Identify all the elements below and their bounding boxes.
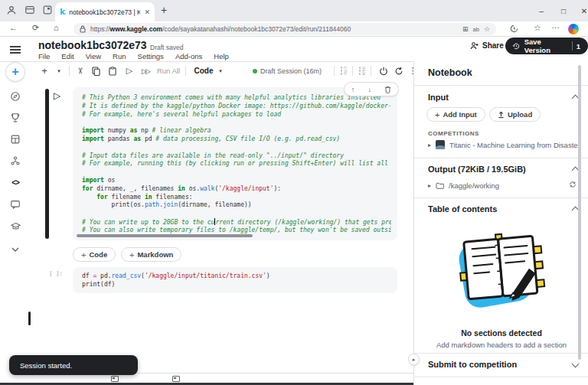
cell-type-dropdown[interactable]: Code: [191, 62, 216, 80]
cpu-meter: CPU: [338, 62, 350, 80]
menu-addons[interactable]: Add-ons: [175, 52, 202, 60]
upload-button[interactable]: Upload: [489, 107, 541, 122]
move-cell-up-icon[interactable]: ↑: [351, 86, 355, 93]
plus-icon: +: [81, 250, 86, 259]
menu-run[interactable]: Run: [113, 52, 126, 60]
console-icon[interactable]: [111, 376, 119, 382]
cell-type-caret-icon[interactable]: ▾: [216, 62, 225, 80]
home-icon[interactable]: ⌂: [54, 23, 59, 32]
read-aloud-icon[interactable]: ab: [473, 26, 479, 33]
browser-essentials-icon[interactable]: [510, 23, 518, 33]
output-folder-row[interactable]: ▸ /kaggle/working: [428, 181, 499, 190]
run-this-cell-button[interactable]: ▷: [54, 90, 60, 101]
active-indicator: [28, 312, 31, 325]
new-tab-button[interactable]: +: [161, 4, 167, 16]
browser-tab[interactable]: k notebook1bc3072e73 | Kaggle ✕: [55, 2, 155, 21]
toc-empty-title: No sections detected: [414, 328, 588, 338]
add-code-cell-button[interactable]: + Code: [73, 247, 116, 262]
code-cell-2[interactable]: df = pd.read_csv('/kaggle/input/titanic/…: [73, 267, 397, 293]
logs-icon[interactable]: [172, 376, 180, 382]
reload-icon[interactable]: ⟳: [32, 23, 39, 33]
add-markdown-cell-button[interactable]: + Markdown: [121, 247, 181, 262]
url-text: https://www.kaggle.com/code/sayakatanaha…: [90, 25, 458, 33]
nav-menu-button[interactable]: [0, 41, 31, 59]
menu-bar: File Edit View Run Settings Add-ons Help: [38, 52, 229, 60]
competition-name[interactable]: Titanic - Machine Learning from Disaster: [449, 141, 580, 149]
expander-icon[interactable]: ▸: [428, 182, 431, 189]
code-icon: <>: [11, 178, 19, 187]
sidebar-scrollbar[interactable]: [578, 65, 581, 360]
window-close-button[interactable]: ✕: [573, 0, 588, 21]
left-nav-rail: + <>: [0, 37, 31, 385]
expander-icon[interactable]: ▸: [428, 142, 431, 148]
split-screen-icon[interactable]: ⊞: [462, 25, 469, 33]
input-section-header[interactable]: Input: [428, 93, 449, 102]
paste-cell-icon[interactable]: [106, 62, 119, 80]
run-all-label[interactable]: Run All: [155, 62, 182, 80]
divider: [414, 158, 588, 158]
favorites-icon[interactable]: ☆: [534, 23, 541, 33]
power-icon[interactable]: [377, 62, 390, 80]
share-button[interactable]: Share: [470, 41, 504, 50]
divider: [414, 377, 588, 377]
menu-edit[interactable]: Edit: [61, 52, 74, 60]
sidebar-item-code[interactable]: <>: [0, 173, 31, 191]
menu-help[interactable]: Help: [214, 52, 229, 60]
create-button[interactable]: +: [0, 63, 31, 81]
submit-section-header[interactable]: Submit to competition: [428, 360, 517, 369]
competition-row[interactable]: ▸ Titanic - Machine Learning from Disast…: [428, 140, 580, 149]
plus-icon: +: [5, 62, 25, 82]
expand-submit-icon[interactable]: [572, 361, 580, 368]
session-label: Draft Session (16m): [260, 62, 331, 80]
cell-hover-toolbar: ↑ ↓: [344, 82, 399, 96]
notebook-title[interactable]: notebook1bc3072e73: [38, 39, 147, 51]
copy-cell-icon[interactable]: [89, 62, 103, 80]
restart-session-icon[interactable]: [392, 62, 406, 80]
hamburger-icon: [10, 46, 21, 54]
sidebar-item-competitions[interactable]: [0, 109, 31, 127]
menu-settings[interactable]: Settings: [138, 52, 164, 60]
address-bar[interactable]: https://www.kaggle.com/code/sayakatanaha…: [74, 23, 496, 35]
tab-actions-icon[interactable]: [42, 5, 54, 17]
window-maximize-button[interactable]: □: [552, 0, 575, 21]
divider: [414, 197, 588, 198]
sidebar-item-datasets[interactable]: [0, 130, 31, 148]
workspaces-icon[interactable]: [24, 5, 37, 17]
menu-file[interactable]: File: [38, 52, 50, 60]
code-editor-2[interactable]: df = pd.read_csv('/kaggle/input/titanic/…: [82, 272, 391, 289]
competitions-label: COMPETITIONS: [428, 130, 479, 137]
output-path[interactable]: /kaggle/working: [449, 181, 499, 190]
code-cell-1[interactable]: # This Python 3 environment comes with m…: [73, 87, 397, 240]
delete-cell-icon[interactable]: [384, 86, 391, 93]
add-cell-button[interactable]: +: [38, 62, 51, 80]
upload-icon: [498, 111, 505, 119]
sidebar-item-home[interactable]: [0, 87, 31, 106]
save-version-button[interactable]: Save Version 1: [505, 38, 588, 54]
settings-more-icon[interactable]: …: [551, 21, 560, 30]
sync-output-icon[interactable]: [569, 181, 577, 188]
profile-icon[interactable]: [6, 5, 18, 17]
move-cell-down-icon[interactable]: ↓: [368, 86, 371, 93]
tab-close-icon[interactable]: ✕: [144, 8, 150, 16]
output-section-header[interactable]: Output (72KiB / 19.5GiB): [428, 165, 526, 174]
add-input-button[interactable]: + Add Input: [426, 107, 485, 122]
code-editor-1[interactable]: # This Python 3 environment comes with m…: [82, 94, 391, 235]
menu-view[interactable]: View: [86, 52, 101, 60]
run-all-icon[interactable]: ▷▷: [137, 62, 154, 80]
sidebar-item-learn[interactable]: [0, 217, 31, 236]
nav-more-chevron-icon[interactable]: [0, 240, 31, 259]
collapse-sidebar-button[interactable]: ▸: [408, 354, 420, 365]
cut-cell-icon[interactable]: ✂: [71, 64, 89, 78]
sidebar-item-discussions[interactable]: [0, 195, 31, 214]
cell-horizontal-scrollbar[interactable]: [77, 234, 253, 237]
add-cell-caret-icon[interactable]: ▾: [54, 62, 64, 80]
run-cell-icon[interactable]: ▷: [122, 62, 136, 80]
version-count-badge[interactable]: 1: [577, 42, 580, 51]
copilot-icon[interactable]: [568, 24, 579, 34]
back-icon[interactable]: ←: [9, 23, 18, 32]
expander-icon: ▸: [413, 357, 416, 363]
bookmark-star-icon[interactable]: ☆: [484, 25, 490, 33]
sidebar-item-models[interactable]: [0, 152, 31, 170]
toc-section-header[interactable]: Table of contents: [428, 204, 497, 214]
window-minimize-button[interactable]: –: [530, 0, 553, 21]
